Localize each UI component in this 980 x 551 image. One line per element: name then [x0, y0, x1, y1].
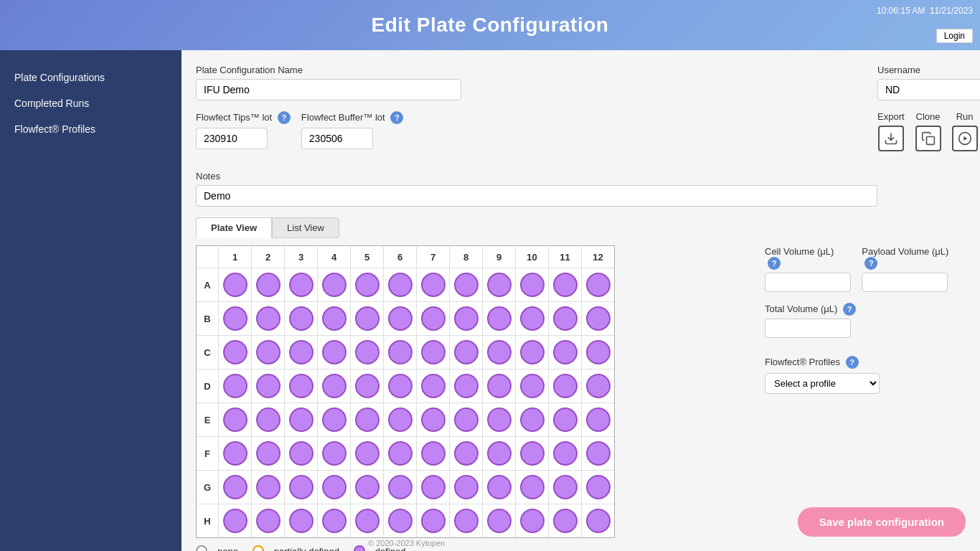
well-B9[interactable] [487, 306, 512, 331]
plate-cell-F11[interactable] [548, 437, 581, 470]
profiles-help-icon[interactable]: ? [846, 356, 859, 369]
well-A12[interactable] [586, 273, 611, 297]
plate-cell-E2[interactable] [251, 403, 284, 436]
well-B12[interactable] [586, 306, 611, 331]
well-F7[interactable] [421, 441, 446, 466]
plate-cell-D11[interactable] [548, 369, 581, 402]
sidebar-item-completed-runs[interactable]: Completed Runs [0, 90, 182, 116]
well-H9[interactable] [487, 509, 512, 533]
plate-cell-C12[interactable] [581, 336, 614, 369]
plate-cell-H8[interactable] [449, 504, 482, 537]
plate-cell-G8[interactable] [449, 471, 482, 504]
plate-cell-C4[interactable] [317, 336, 350, 369]
well-G11[interactable] [553, 475, 578, 499]
sidebar-item-plate-configurations[interactable]: Plate Configurations [0, 65, 182, 90]
well-C8[interactable] [454, 340, 479, 364]
plate-cell-H10[interactable] [515, 504, 548, 537]
plate-cell-E12[interactable] [581, 403, 614, 436]
export-button[interactable] [878, 126, 904, 151]
well-F6[interactable] [388, 441, 413, 466]
plate-cell-B7[interactable] [416, 302, 449, 335]
plate-cell-B8[interactable] [449, 302, 482, 335]
total-volume-help-icon[interactable]: ? [843, 303, 856, 316]
plate-cell-F4[interactable] [317, 437, 350, 470]
well-C10[interactable] [520, 340, 545, 364]
well-C2[interactable] [256, 340, 281, 364]
well-F8[interactable] [454, 441, 479, 466]
plate-cell-G1[interactable] [218, 471, 251, 504]
well-C1[interactable] [223, 340, 248, 364]
well-D12[interactable] [586, 374, 611, 398]
well-F10[interactable] [520, 441, 545, 466]
plate-cell-D9[interactable] [482, 369, 515, 402]
plate-cell-E3[interactable] [284, 403, 317, 436]
plate-cell-E11[interactable] [548, 403, 581, 436]
plate-cell-E1[interactable] [218, 403, 251, 436]
plate-cell-A4[interactable] [317, 268, 350, 301]
well-E9[interactable] [487, 408, 512, 432]
plate-cell-H3[interactable] [284, 504, 317, 537]
well-D6[interactable] [388, 374, 413, 398]
well-F11[interactable] [553, 441, 578, 466]
plate-cell-D4[interactable] [317, 369, 350, 402]
well-H6[interactable] [388, 509, 413, 533]
tab-list-view[interactable]: List View [272, 217, 339, 238]
profile-select[interactable]: Select a profile [765, 373, 880, 394]
well-F12[interactable] [586, 441, 611, 466]
plate-cell-F6[interactable] [383, 437, 416, 470]
tab-plate-view[interactable]: Plate View [196, 217, 272, 238]
plate-cell-C11[interactable] [548, 336, 581, 369]
plate-cell-B6[interactable] [383, 302, 416, 335]
buffer-lot-input[interactable] [301, 128, 373, 149]
plate-cell-A11[interactable] [548, 268, 581, 301]
plate-cell-A10[interactable] [515, 268, 548, 301]
cell-volume-input[interactable] [765, 273, 851, 292]
well-D11[interactable] [553, 374, 578, 398]
plate-cell-E9[interactable] [482, 403, 515, 436]
well-C3[interactable] [289, 340, 314, 364]
plate-cell-A3[interactable] [284, 268, 317, 301]
plate-cell-A5[interactable] [350, 268, 383, 301]
plate-cell-F2[interactable] [251, 437, 284, 470]
well-B4[interactable] [322, 306, 347, 331]
well-E3[interactable] [289, 408, 314, 432]
plate-cell-H5[interactable] [350, 504, 383, 537]
well-E6[interactable] [388, 408, 413, 432]
well-D9[interactable] [487, 374, 512, 398]
well-D4[interactable] [322, 374, 347, 398]
plate-cell-G12[interactable] [581, 471, 614, 504]
well-F3[interactable] [289, 441, 314, 466]
plate-cell-H7[interactable] [416, 504, 449, 537]
save-button[interactable]: Save plate configuration [798, 507, 966, 537]
plate-cell-G5[interactable] [350, 471, 383, 504]
well-B7[interactable] [421, 306, 446, 331]
plate-cell-H2[interactable] [251, 504, 284, 537]
plate-cell-A1[interactable] [218, 268, 251, 301]
plate-cell-F1[interactable] [218, 437, 251, 470]
notes-input[interactable] [196, 185, 877, 207]
username-input[interactable] [877, 79, 980, 100]
plate-cell-D12[interactable] [581, 369, 614, 402]
well-C4[interactable] [322, 340, 347, 364]
plate-cell-F7[interactable] [416, 437, 449, 470]
plate-cell-C10[interactable] [515, 336, 548, 369]
well-D3[interactable] [289, 374, 314, 398]
well-H3[interactable] [289, 509, 314, 533]
well-E4[interactable] [322, 408, 347, 432]
well-A8[interactable] [454, 273, 479, 297]
plate-cell-D5[interactable] [350, 369, 383, 402]
plate-cell-C2[interactable] [251, 336, 284, 369]
well-H5[interactable] [355, 509, 380, 533]
well-G9[interactable] [487, 475, 512, 499]
well-G4[interactable] [322, 475, 347, 499]
well-A9[interactable] [487, 273, 512, 297]
plate-cell-D3[interactable] [284, 369, 317, 402]
well-A3[interactable] [289, 273, 314, 297]
well-F1[interactable] [223, 441, 248, 466]
well-B3[interactable] [289, 306, 314, 331]
payload-volume-input[interactable] [862, 273, 948, 292]
well-B11[interactable] [553, 306, 578, 331]
plate-cell-D10[interactable] [515, 369, 548, 402]
well-C7[interactable] [421, 340, 446, 364]
plate-cell-H11[interactable] [548, 504, 581, 537]
